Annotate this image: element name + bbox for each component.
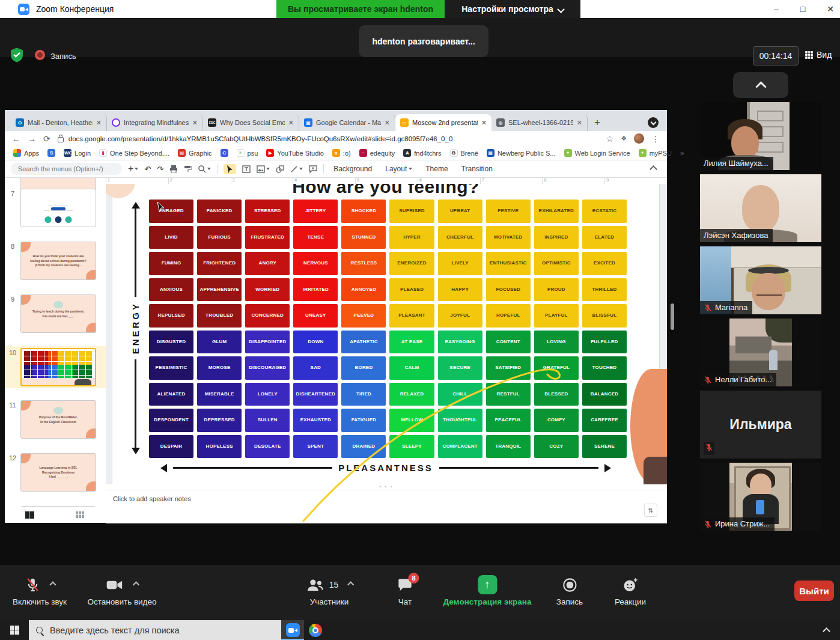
taskbar-zoom-app[interactable] bbox=[281, 620, 304, 640]
mood-cell[interactable]: EASYGOING bbox=[438, 331, 482, 354]
mood-cell[interactable]: DESPAIR bbox=[149, 435, 193, 459]
security-shield-icon[interactable] bbox=[10, 47, 24, 63]
mood-cell[interactable]: DESOLATE bbox=[245, 435, 290, 459]
mood-cell[interactable]: GRATEFUL bbox=[534, 356, 579, 380]
taskbar-search[interactable] bbox=[29, 620, 281, 640]
browser-tab[interactable]: Integrating Mindfulness an✕ bbox=[107, 114, 203, 131]
mood-cell[interactable]: SECURE bbox=[438, 356, 482, 380]
bookmark-item[interactable]: ~edequity bbox=[359, 149, 395, 157]
mood-cell[interactable]: STRESSED bbox=[245, 200, 290, 223]
mood-cell[interactable]: PROUD bbox=[534, 278, 579, 302]
mood-cell[interactable]: JITTERY bbox=[293, 200, 338, 223]
mood-cell[interactable]: CAREFREE bbox=[582, 409, 627, 432]
mood-cell[interactable]: DISHEARTENED bbox=[293, 383, 338, 406]
camera-button[interactable]: Остановить видео bbox=[87, 573, 156, 606]
mood-cell[interactable]: ALIENATED bbox=[149, 383, 193, 406]
zoom-tool-icon[interactable] bbox=[198, 165, 211, 173]
mood-cell[interactable]: ANGRY bbox=[245, 252, 290, 275]
mood-cell[interactable]: HOPEFUL bbox=[486, 304, 531, 328]
mood-cell[interactable]: ANNOYED bbox=[341, 278, 386, 302]
close-button[interactable]: ✕ bbox=[827, 4, 834, 14]
participant-tile[interactable]: Marianna bbox=[700, 246, 821, 314]
chevron-up-icon[interactable] bbox=[49, 581, 56, 588]
bookmark-item[interactable]: a:o) bbox=[332, 149, 351, 157]
view-layout-button[interactable]: Вид bbox=[805, 50, 832, 59]
tab-close-icon[interactable]: ✕ bbox=[577, 119, 582, 127]
mood-cell[interactable]: CALM bbox=[389, 356, 434, 380]
reactions-button[interactable]: Реакции bbox=[615, 573, 646, 606]
mood-cell[interactable]: BLISSFUL bbox=[582, 304, 627, 328]
taskbar-chrome-app[interactable] bbox=[304, 620, 327, 640]
browser-tab[interactable]: EDCWhy Does Social Emotiona✕ bbox=[203, 114, 299, 131]
notes-action-button[interactable]: ⇅ bbox=[644, 504, 657, 517]
theme-button[interactable]: Theme bbox=[422, 165, 451, 173]
mood-cell[interactable]: ANXIOUS bbox=[149, 278, 193, 302]
participant-tile[interactable]: Лилия Шаймуха... bbox=[700, 102, 821, 170]
mood-cell[interactable]: MISERABLE bbox=[197, 383, 242, 406]
redo-icon[interactable]: ↷ bbox=[157, 165, 163, 174]
mood-cell[interactable]: PESSIMISTIC bbox=[149, 356, 193, 380]
taskbar-search-input[interactable] bbox=[49, 625, 274, 636]
mood-cell[interactable]: RESTFUL bbox=[486, 383, 531, 406]
mood-cell[interactable]: UPBEAT bbox=[438, 200, 482, 223]
slide-thumbnail[interactable]: 10 bbox=[5, 346, 106, 388]
mood-cell[interactable]: HYPER bbox=[389, 226, 434, 249]
layout-button[interactable]: Layout bbox=[382, 165, 416, 173]
bookmarks-overflow-icon[interactable]: » bbox=[680, 149, 684, 157]
mood-cell[interactable]: PLAYFUL bbox=[534, 304, 579, 328]
mood-cell[interactable]: APATHETIC bbox=[341, 331, 386, 354]
mood-cell[interactable]: LOVING bbox=[534, 331, 579, 354]
back-icon[interactable]: ← bbox=[12, 134, 20, 144]
extensions-icon[interactable]: ❖ bbox=[621, 135, 627, 142]
mood-cell[interactable]: FURIOUS bbox=[197, 226, 242, 249]
mood-cell[interactable]: COMPLACENT bbox=[438, 435, 482, 459]
tab-close-icon[interactable]: ✕ bbox=[192, 119, 198, 127]
bookmark-item[interactable]: Apps bbox=[13, 149, 39, 157]
menu-search-input[interactable] bbox=[11, 163, 122, 175]
mood-cell[interactable]: UNEASY bbox=[293, 304, 338, 328]
mood-cell[interactable]: CONTENT bbox=[486, 331, 531, 354]
mood-cell[interactable]: THOUGHTFUL bbox=[438, 409, 482, 432]
slide-thumbnail-card[interactable] bbox=[20, 348, 96, 386]
mood-cell[interactable]: FRIGHTENED bbox=[197, 252, 242, 275]
print-icon[interactable] bbox=[169, 165, 178, 173]
forward-icon[interactable]: → bbox=[28, 134, 36, 144]
insert-comment-icon[interactable] bbox=[309, 165, 317, 173]
mood-cell[interactable]: THRILLED bbox=[582, 278, 627, 302]
profile-avatar[interactable] bbox=[634, 133, 644, 144]
share-button[interactable]: ↑Демонстрация экрана bbox=[443, 573, 531, 606]
start-button[interactable] bbox=[0, 620, 29, 640]
browser-tab[interactable]: ◍SEL-wheel-1366-0219.png✕ bbox=[492, 114, 588, 131]
mood-cell[interactable]: FRUSTRATED bbox=[245, 226, 290, 249]
mood-cell[interactable]: FUMING bbox=[149, 252, 193, 275]
mood-cell[interactable]: FOCUSED bbox=[486, 278, 531, 302]
browser-menu-icon[interactable]: ⋮ bbox=[651, 134, 660, 144]
current-slide[interactable]: How are you feeling? ENERGY ENRAGEDPANIC… bbox=[112, 184, 659, 484]
mood-cell[interactable]: MOTIVATED bbox=[486, 226, 531, 249]
browser-tab[interactable]: ▭Moscow 2nd presentation✕ bbox=[395, 114, 492, 131]
mood-cell[interactable]: AT EASE bbox=[389, 331, 434, 354]
mood-cell[interactable]: SULLEN bbox=[245, 409, 290, 432]
mood-cell[interactable]: INSPIRED bbox=[534, 226, 579, 249]
mood-cell[interactable]: MELLOW bbox=[389, 409, 434, 432]
mood-cell[interactable]: ECSTATIC bbox=[582, 200, 627, 223]
bookmark-item[interactable]: S bbox=[47, 149, 55, 157]
bookmark-item[interactable]: ▤Graphic bbox=[178, 149, 212, 157]
mood-cell[interactable]: TENSE bbox=[293, 226, 338, 249]
slide-thumbnail-card[interactable]: ——— ————— ————— —— bbox=[20, 189, 96, 227]
mood-cell[interactable]: HOPELESS bbox=[197, 435, 242, 459]
mood-cell[interactable]: COZY bbox=[534, 435, 579, 459]
mood-cell[interactable]: FULFILLED bbox=[582, 331, 627, 354]
bookmark-item[interactable]: ▮One Step Beyond,... bbox=[99, 149, 169, 157]
mood-cell[interactable]: LONELY bbox=[245, 383, 290, 406]
select-tool-icon[interactable] bbox=[224, 164, 236, 174]
bookmark-item[interactable]: IWCLogin bbox=[64, 149, 91, 157]
mood-cell[interactable]: PANICKED bbox=[197, 200, 242, 223]
speaker-notes-panel[interactable]: Click to add speaker notes ⇅ bbox=[106, 490, 667, 523]
mood-cell[interactable]: FATIGUED bbox=[341, 409, 386, 432]
taskbar-overflow-chevron[interactable] bbox=[824, 620, 829, 640]
mood-cell[interactable]: DEPRESSED bbox=[197, 409, 242, 432]
mood-cell[interactable]: SPENT bbox=[293, 435, 338, 459]
tab-close-icon[interactable]: ✕ bbox=[385, 119, 390, 127]
mood-cell[interactable]: GLUM bbox=[197, 331, 242, 354]
